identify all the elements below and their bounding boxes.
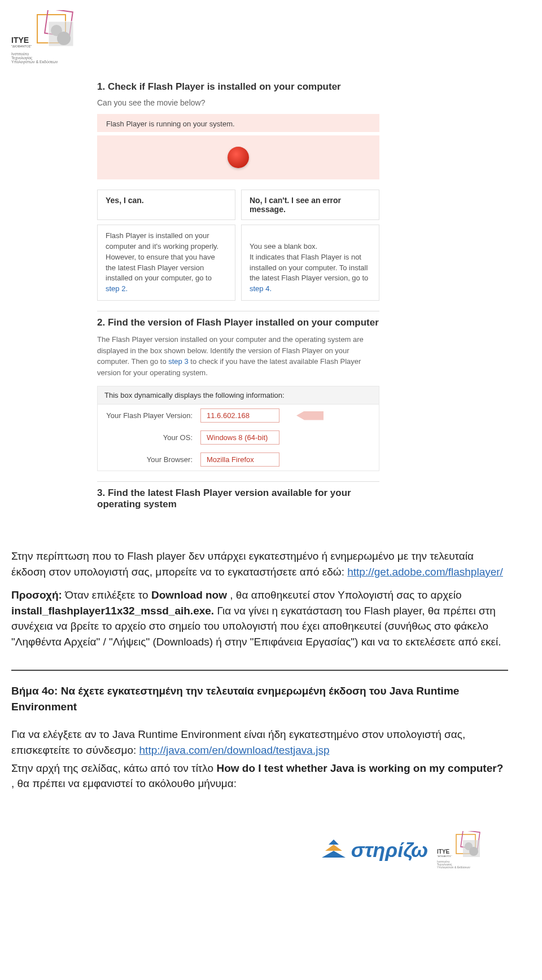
greek-p2-c: , θα αποθηκευτεί στον Υπολογιστή σας το … — [230, 589, 461, 601]
document-body: Στην περίπτωση που το Flash player δεν υ… — [11, 548, 508, 792]
greek-para-4: Στην αρχή της σελίδας, κάτω από τον τίτλ… — [11, 761, 508, 792]
greek-p2-filename: install_flashplayer11x32_mssd_aih.exe. — [11, 605, 214, 617]
step3-link[interactable]: step 3 — [168, 357, 188, 366]
page-footer: στηρίζω ITYE "ΔΙΟΦΑΝΤΟΣ" Ινστιτούτο Τεχν… — [11, 831, 508, 869]
svg-marker-10 — [329, 840, 339, 845]
svg-text:ITYE: ITYE — [437, 849, 450, 855]
svg-point-19 — [469, 847, 478, 856]
section1-subtext: Can you see the movie below? — [97, 98, 508, 107]
step4-link[interactable]: step 4. — [250, 284, 272, 293]
no-body-box: You see a blank box. It indicates that F… — [241, 225, 379, 301]
step4-heading: Βήμα 4ο: Να έχετε εγκατεστημένη την τελε… — [11, 683, 508, 714]
info-label-os: Your OS: — [104, 433, 200, 442]
org-logo-footer: ITYE "ΔΙΟΦΑΝΤΟΣ" Ινστιτούτο Τεχνολογίας … — [437, 831, 486, 869]
adobe-flashplayer-link[interactable]: http://get.adobe.com/flashplayer/ — [347, 566, 503, 578]
greek-para-3: Για να ελέγξετε αν το Java Runtime Envir… — [11, 727, 508, 758]
greek-p2-prefix: Προσοχή: — [11, 589, 62, 601]
doc-divider — [11, 670, 508, 671]
yes-no-head-row: Yes, I can. No, I can't. I see an error … — [97, 190, 379, 220]
greek-p4-c: , θα πρέπει να εμφανιστεί το ακόλουθο μή… — [11, 777, 237, 789]
no-head-box: No, I can't. I see an error message. — [241, 190, 379, 220]
yes-body-text: Flash Player is installed on your comput… — [106, 231, 218, 282]
svg-marker-12 — [322, 851, 346, 858]
flash-running-box: Flash Player is running on your system. — [97, 114, 379, 132]
greek-p2-download-now: Download now — [151, 589, 227, 601]
arrow-left-icon — [296, 411, 324, 420]
svg-text:Υπολογιστών & Εκδόσεων: Υπολογιστών & Εκδόσεων — [437, 865, 470, 869]
greek-p2-a: Όταν επιλέξετε το — [65, 589, 151, 601]
greek-p4-a: Στην αρχή της σελίδας, κάτω από τον τίτλ… — [11, 762, 216, 774]
svg-text:Ινστιτούτο: Ινστιτούτο — [11, 52, 29, 56]
divider-2 — [97, 481, 379, 482]
stirizo-logo: στηρίζω — [321, 838, 428, 862]
section2-heading: 2. Find the version of Flash Player inst… — [97, 317, 508, 328]
section3-heading: 3. Find the latest Flash Player version … — [97, 487, 379, 510]
svg-text:"ΔΙΟΦΑΝΤΟΣ": "ΔΙΟΦΑΝΤΟΣ" — [11, 45, 32, 48]
info-row-os: Your OS: Windows 8 (64-bit) — [98, 427, 379, 449]
greek-para-1: Στην περίπτωση που το Flash player δεν υ… — [11, 548, 508, 579]
divider-1 — [97, 311, 379, 311]
info-value-browser: Mozilla Firefox — [200, 452, 279, 467]
info-value-os: Windows 8 (64-bit) — [200, 430, 279, 445]
info-row-browser: Your Browser: Mozilla Firefox — [98, 449, 379, 471]
version-info-box: This box dynamically displays the follow… — [97, 386, 379, 471]
svg-text:"ΔΙΟΦΑΝΤΟΣ": "ΔΙΟΦΑΝΤΟΣ" — [437, 855, 452, 858]
greek-para-2: Προσοχή: Όταν επιλέξετε το Download now … — [11, 587, 508, 649]
info-row-version: Your Flash Player Version: 11.6.602.168 — [98, 405, 379, 427]
svg-point-6 — [57, 32, 71, 45]
svg-marker-11 — [325, 845, 342, 851]
yes-no-body-row: Flash Player is installed on your comput… — [97, 225, 379, 301]
section2-desc: The Flash Player version installed on yo… — [97, 334, 379, 378]
info-label-version: Your Flash Player Version: — [104, 411, 200, 420]
info-value-version: 11.6.602.168 — [200, 408, 279, 423]
svg-text:Υπολογιστών & Εκδόσεων: Υπολογιστών & Εκδόσεων — [11, 60, 58, 64]
yes-body-box: Flash Player is installed on your comput… — [97, 225, 235, 301]
java-test-link[interactable]: http://java.com/en/download/testjava.jsp — [139, 744, 330, 756]
no-body-text: You see a blank box. It indicates that F… — [250, 242, 368, 283]
greek-p4-title: How do I test whether Java is working on… — [216, 762, 503, 774]
section1-heading: 1. Check if Flash Player is installed on… — [97, 81, 508, 93]
flash-running-text: Flash Player is running on your system. — [106, 120, 235, 128]
yes-head-box: Yes, I can. — [97, 190, 235, 220]
org-logo-header: ITYE "ΔΙΟΦΑΝΤΟΣ" Ινστιτούτο Τεχνολογίας … — [11, 10, 508, 64]
flash-check-screenshot-area: 1. Check if Flash Player is installed on… — [11, 81, 508, 510]
svg-text:ITYE: ITYE — [11, 36, 29, 45]
flash-red-ball-icon — [228, 147, 249, 168]
stirizo-text: στηρίζω — [351, 838, 428, 862]
flash-movie-box — [97, 135, 379, 179]
version-info-box-head: This box dynamically displays the follow… — [98, 386, 379, 405]
info-label-browser: Your Browser: — [104, 455, 200, 464]
stirizo-icon — [321, 838, 347, 862]
step2-link[interactable]: step 2. — [106, 284, 128, 293]
